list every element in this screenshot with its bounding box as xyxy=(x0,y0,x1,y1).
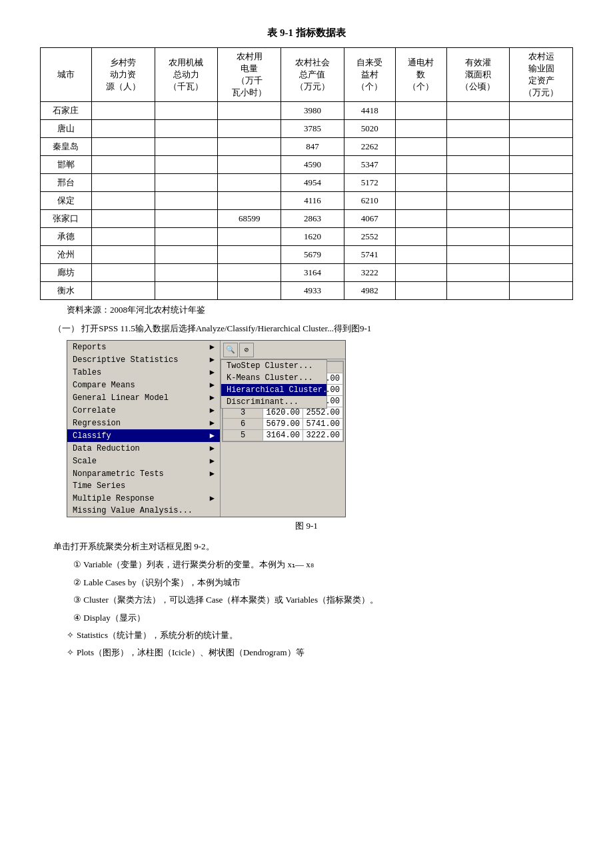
table-row: 秦皇岛8472262 xyxy=(41,138,573,156)
cell-c4: 4116 xyxy=(281,192,344,210)
cell-c5: 2552 xyxy=(344,228,395,246)
col-header-c2: 农用机械总动力（千瓦） xyxy=(155,48,218,102)
diamond-text: Plots（图形），冰柱图（Icicle）、树状图（Dendrogram）等 xyxy=(77,645,305,660)
spss-menu-panel: Reports▶Descriptive Statistics▶Tables▶Co… xyxy=(67,341,221,517)
cell-c4: 3980 xyxy=(281,102,344,120)
table-row: 张家口6859928634067 xyxy=(41,210,573,228)
menu-item-label: Reports xyxy=(73,343,106,352)
cell-city: 承德 xyxy=(41,228,92,246)
cell-city: 张家口 xyxy=(41,210,92,228)
cell-c6 xyxy=(395,282,446,300)
cell-c4: 1620 xyxy=(281,228,344,246)
menu-item-data-reduction[interactable]: Data Reduction▶ xyxy=(67,442,220,455)
cell-c5: 5347 xyxy=(344,156,395,174)
cell-c1 xyxy=(91,102,155,120)
numbered-item: ① Variable（变量）列表，进行聚类分析的变量。本例为 x₁— x₈ xyxy=(73,557,573,572)
cell-c8 xyxy=(510,246,573,264)
spss-window: Reports▶Descriptive Statistics▶Tables▶Co… xyxy=(67,340,346,517)
cell-c2 xyxy=(155,282,218,300)
cell-c1 xyxy=(91,156,155,174)
cell-c7 xyxy=(446,282,510,300)
cell-c8 xyxy=(510,192,573,210)
menu-item-tables[interactable]: Tables▶ xyxy=(67,366,220,379)
menu-item-label: Regression xyxy=(73,419,121,428)
menu-item-time-series[interactable]: Time Series xyxy=(67,480,220,492)
menu-item-missing-value-analysis...[interactable]: Missing Value Analysis... xyxy=(67,505,220,517)
cell-c4: 3164 xyxy=(281,264,344,282)
menu-item-regression[interactable]: Regression▶ xyxy=(67,417,220,429)
menu-item-scale[interactable]: Scale▶ xyxy=(67,455,220,467)
cell-c7 xyxy=(446,156,510,174)
cell-c6 xyxy=(395,174,446,192)
col-header-city: 城市 xyxy=(41,48,92,102)
col-header-c7: 有效灌溉面积（公顷） xyxy=(446,48,510,102)
cell-c2 xyxy=(155,120,218,138)
menu-item-nonparametric-tests[interactable]: Nonparametric Tests▶ xyxy=(67,467,220,480)
menu-item-classify[interactable]: Classify▶ xyxy=(67,429,220,442)
submenu-item-hierarchical-cluster-[interactable]: Hierarchical Cluster... xyxy=(221,384,326,396)
menu-item-multiple-response[interactable]: Multiple Response▶ xyxy=(67,492,220,505)
cell-c3 xyxy=(218,174,281,192)
menu-item-label: Data Reduction xyxy=(73,444,140,453)
menu-item-reports[interactable]: Reports▶ xyxy=(67,341,220,353)
col-header-c4: 农村社会总产值（万元） xyxy=(281,48,344,102)
toolbar-btn-1[interactable]: 🔍 xyxy=(223,343,238,357)
spss-screenshot: Reports▶Descriptive Statistics▶Tables▶Co… xyxy=(67,340,573,517)
menu-item-descriptive-statistics[interactable]: Descriptive Statistics▶ xyxy=(67,353,220,366)
table-row: 保定41166210 xyxy=(41,192,573,210)
cell-c6 xyxy=(395,102,446,120)
cell-c7 xyxy=(446,246,510,264)
cell-c7 xyxy=(446,228,510,246)
cell-c1 xyxy=(91,228,155,246)
arrow-icon: ▶ xyxy=(210,443,215,453)
cell-c6 xyxy=(395,264,446,282)
cell-c5: 4982 xyxy=(344,282,395,300)
cell-c1 xyxy=(91,192,155,210)
numbered-item: ② Lable Cases by（识别个案），本例为城市 xyxy=(73,575,573,590)
cell-c3 xyxy=(218,264,281,282)
cell-city: 沧州 xyxy=(41,246,92,264)
col-header-c5: 自来受益村（个） xyxy=(344,48,395,102)
table-row: 承德16202552 xyxy=(41,228,573,246)
cell-c6 xyxy=(395,120,446,138)
cell-c8 xyxy=(510,210,573,228)
spss-data-row: 31620.002552.00 xyxy=(223,407,343,419)
cell-c8 xyxy=(510,138,573,156)
arrow-icon: ▶ xyxy=(210,456,215,466)
cell-c3 xyxy=(218,282,281,300)
submenu-item-k-means-cluster-[interactable]: K-Means Cluster... xyxy=(221,372,326,384)
cell-c2 xyxy=(155,228,218,246)
cell-c6 xyxy=(395,156,446,174)
cell-c8 xyxy=(510,120,573,138)
cell-c1 xyxy=(91,120,155,138)
table-row: 衡水49334982 xyxy=(41,282,573,300)
submenu-item-twostep-cluster-[interactable]: TwoStep Cluster... xyxy=(221,360,326,372)
menu-item-correlate[interactable]: Correlate▶ xyxy=(67,404,220,417)
numbered-item: ③ Cluster（聚类方法），可以选择 Case（样本聚类）或 Variabl… xyxy=(73,592,573,607)
cell-c2 xyxy=(155,156,218,174)
toolbar-btn-2[interactable]: ⊘ xyxy=(239,343,254,357)
cell-c7 xyxy=(446,210,510,228)
arrow-icon: ▶ xyxy=(210,342,215,352)
menu-item-label: Tables xyxy=(73,368,101,377)
diamond-text: Statistics（统计量），系统分析的统计量。 xyxy=(77,627,238,643)
arrow-icon: ▶ xyxy=(210,393,215,403)
submenu-item-discriminant-[interactable]: Discriminant... xyxy=(221,396,326,408)
menu-item-label: Multiple Response xyxy=(73,494,154,503)
cell-city: 邢台 xyxy=(41,174,92,192)
menu-item-general-linear-model[interactable]: General Linear Model▶ xyxy=(67,391,220,404)
cell-c2 xyxy=(155,210,218,228)
cell-c6 xyxy=(395,192,446,210)
spss-cell-x6: 5741.00 xyxy=(303,419,343,430)
cell-c7 xyxy=(446,174,510,192)
cell-c1 xyxy=(91,264,155,282)
menu-item-compare-means[interactable]: Compare Means▶ xyxy=(67,379,220,391)
arrow-icon: ▶ xyxy=(210,367,215,377)
menu-item-label: Time Series xyxy=(73,481,125,491)
table-row: 廊坊31643222 xyxy=(41,264,573,282)
cell-c1 xyxy=(91,174,155,192)
table-row: 石家庄39804418 xyxy=(41,102,573,120)
cell-c1 xyxy=(91,138,155,156)
spss-data-row: 53164.003222.00 xyxy=(223,430,343,441)
table-row: 唐山37855020 xyxy=(41,120,573,138)
